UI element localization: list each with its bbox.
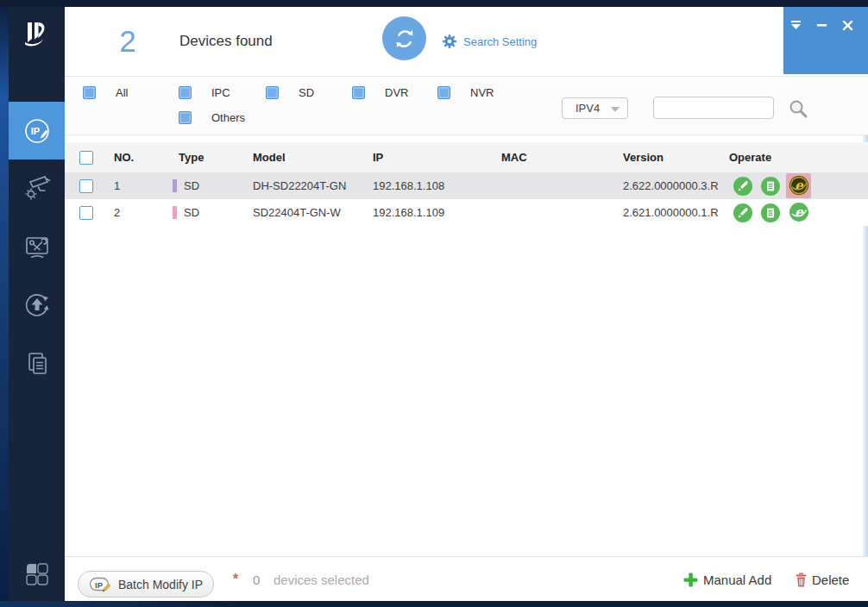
search-setting-label: Search Setting xyxy=(463,35,537,48)
ip-edit-icon: IP xyxy=(89,576,112,593)
filter-others: Others xyxy=(179,110,245,124)
filter-others-checkbox[interactable] xyxy=(179,111,192,124)
svg-text:IP: IP xyxy=(30,126,39,136)
manual-add-button[interactable]: Manual Add xyxy=(682,557,771,602)
cell-type: SD xyxy=(184,172,199,199)
gear-icon xyxy=(442,34,457,49)
collapse-menu-icon xyxy=(790,20,802,30)
browser-e-icon: e xyxy=(789,203,808,222)
device-details-button[interactable] xyxy=(761,177,780,196)
ip-version-value: IPV4 xyxy=(576,102,600,115)
sidebar-item-modify-ip[interactable]: IP xyxy=(9,102,65,160)
sidebar-item-device-config[interactable] xyxy=(9,160,65,217)
filter-sd-checkbox[interactable] xyxy=(266,86,279,99)
plus-icon xyxy=(682,572,699,588)
close-icon xyxy=(842,20,853,31)
trash-icon xyxy=(794,572,808,588)
window-close-button[interactable] xyxy=(840,18,854,32)
filter-dvr: DVR xyxy=(352,85,408,99)
filter-all-label: All xyxy=(116,86,128,99)
selected-count: 0 xyxy=(253,557,260,602)
batch-modify-ip-button[interactable]: IP Batch Modify IP xyxy=(78,571,214,598)
desktop-edge-top xyxy=(0,0,868,7)
filter-nvr-checkbox[interactable] xyxy=(437,86,450,99)
column-no: NO. xyxy=(114,142,134,172)
delete-button[interactable]: Delete xyxy=(794,557,849,602)
batch-modify-ip-label: Batch Modify IP xyxy=(118,578,203,591)
minimize-icon xyxy=(816,20,827,30)
filter-ipc-checkbox[interactable] xyxy=(179,86,192,99)
filter-dvr-checkbox[interactable] xyxy=(352,86,365,99)
sidebar-item-apps[interactable] xyxy=(9,545,65,603)
required-marker: * xyxy=(233,557,238,602)
open-browser-button[interactable]: e xyxy=(786,200,811,225)
edit-device-button[interactable] xyxy=(733,203,752,222)
open-browser-button[interactable]: e xyxy=(786,173,811,198)
filter-sd: SD xyxy=(266,85,314,99)
desktop-edge-left xyxy=(0,0,9,607)
modify-ip-icon: IP xyxy=(20,114,54,148)
filter-others-label: Others xyxy=(211,111,245,124)
filter-all: All xyxy=(83,85,128,99)
manual-add-label: Manual Add xyxy=(703,573,771,587)
filter-ipc: IPC xyxy=(179,85,230,99)
column-operate: Operate xyxy=(729,142,771,172)
window-menu-button[interactable] xyxy=(789,18,802,32)
documents-icon xyxy=(20,347,54,382)
chevron-down-icon xyxy=(611,107,620,112)
table-row[interactable]: 2 SD SD22404T-GN-W 192.168.1.109 2.621.0… xyxy=(65,199,868,226)
row-checkbox[interactable] xyxy=(79,179,93,193)
window-controls-panel xyxy=(783,7,868,74)
type-color-bar xyxy=(173,179,177,192)
type-color-bar xyxy=(173,206,177,219)
delete-label: Delete xyxy=(812,573,849,587)
svg-text:IP: IP xyxy=(95,579,104,589)
table-row[interactable]: 1 SD DH-SD22204T-GN 192.168.1.108 2.622.… xyxy=(65,172,868,199)
cell-ip: 192.168.1.109 xyxy=(373,199,444,226)
cell-version: 2.621.0000000.1.R xyxy=(623,199,719,226)
filter-all-checkbox[interactable] xyxy=(83,86,96,99)
table-header: NO. Type Model IP MAC Version Operate xyxy=(65,142,868,172)
column-type: Type xyxy=(179,142,204,172)
select-all-checkbox[interactable] xyxy=(79,151,93,165)
sidebar-item-upgrade[interactable] xyxy=(9,276,65,334)
window-minimize-button[interactable] xyxy=(815,18,828,32)
filter-ipc-label: IPC xyxy=(211,86,230,99)
maintenance-icon xyxy=(20,230,54,265)
filter-sd-label: SD xyxy=(299,86,314,99)
svg-text:e: e xyxy=(795,204,804,220)
ip-version-select[interactable]: IPV4 xyxy=(562,97,628,119)
cell-no: 2 xyxy=(114,199,120,226)
search-input[interactable] xyxy=(653,97,774,119)
svg-text:e: e xyxy=(795,178,804,193)
filter-nvr-label: NVR xyxy=(470,86,494,99)
footer-bar: IP Batch Modify IP * 0 devices selected … xyxy=(65,556,868,601)
refresh-button[interactable] xyxy=(382,16,426,60)
column-model: Model xyxy=(253,142,286,172)
desktop-edge-bottom xyxy=(0,601,868,607)
search-setting-button[interactable]: Search Setting xyxy=(442,7,537,76)
filter-bar: All IPC SD DVR NVR Others xyxy=(65,76,868,135)
refresh-icon xyxy=(390,24,419,53)
selected-devices-label: devices selected xyxy=(274,557,369,602)
sidebar-item-system-settings[interactable] xyxy=(9,218,65,276)
upgrade-icon xyxy=(20,288,54,322)
config-tool-window: IP xyxy=(9,7,868,601)
row-checkbox[interactable] xyxy=(79,206,93,220)
sidebar-item-device-report[interactable] xyxy=(9,335,65,393)
column-mac: MAC xyxy=(501,142,527,172)
devices-found-label: Devices found xyxy=(179,7,273,76)
dahua-logo-icon xyxy=(19,16,53,53)
pinwheel-icon xyxy=(20,557,54,591)
cell-model: DH-SD22204T-GN xyxy=(253,172,346,199)
device-count: 2 xyxy=(99,7,156,76)
filter-nvr: NVR xyxy=(437,85,494,99)
cell-version: 2.622.0000000.3.R xyxy=(623,172,719,199)
filter-dvr-label: DVR xyxy=(385,86,408,99)
search-icon[interactable] xyxy=(788,98,808,119)
device-details-button[interactable] xyxy=(761,203,780,222)
cell-model: SD22404T-GN-W xyxy=(253,199,341,226)
main-area: 2 Devices found xyxy=(65,7,868,601)
edit-device-button[interactable] xyxy=(733,177,752,196)
cell-ip: 192.168.1.108 xyxy=(373,172,444,199)
